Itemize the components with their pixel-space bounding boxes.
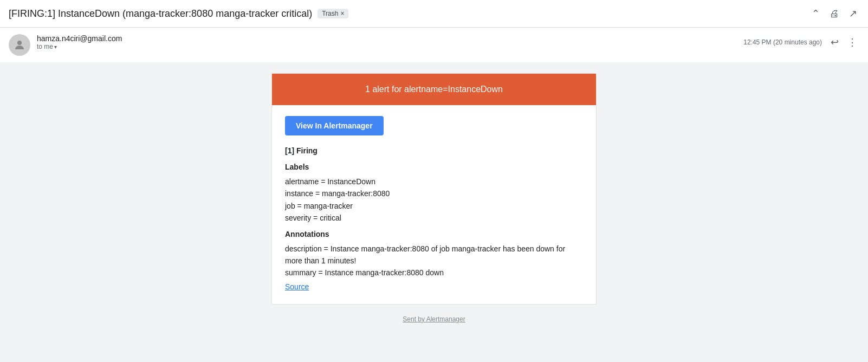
more-options-button[interactable]: ⋮ — [845, 34, 859, 50]
view-in-alertmanager-button[interactable]: View In Alertmanager — [285, 116, 384, 135]
trash-badge[interactable]: Trash × — [318, 9, 348, 18]
annotation-summary: summary = Instance manga-tracker:8080 do… — [285, 267, 583, 279]
annotations-section: Annotations description = Instance manga… — [285, 230, 583, 291]
open-external-icon: ↗ — [849, 8, 857, 20]
to-me-label[interactable]: to me — [37, 43, 122, 50]
firing-title: [1] Firing — [285, 146, 583, 155]
card-body: View In Alertmanager [1] Firing Labels a… — [272, 105, 596, 304]
print-icon: 🖨 — [830, 8, 839, 20]
sent-by-footer: Sent by Alertmanager — [43, 315, 825, 323]
reply-icon: ↩ — [831, 36, 839, 48]
svg-point-0 — [17, 41, 22, 45]
trash-label: Trash — [322, 10, 338, 17]
expand-collapse-button[interactable] — [809, 5, 822, 22]
label-alertname: alertname = InstanceDown — [285, 176, 583, 188]
header-icons: ↩ ⋮ — [828, 34, 859, 50]
print-button[interactable]: 🖨 — [827, 6, 841, 22]
annotations-title: Annotations — [285, 230, 583, 238]
source-link[interactable]: Source — [285, 282, 309, 291]
labels-title: Labels — [285, 163, 583, 171]
subject-left: [FIRING:1] InstanceDown (manga-tracker:8… — [9, 8, 348, 20]
reply-button[interactable]: ↩ — [828, 34, 841, 50]
alert-header-banner: 1 alert for alertname=InstanceDown — [272, 74, 596, 105]
avatar — [9, 34, 30, 56]
trash-close-icon[interactable]: × — [340, 10, 344, 17]
timestamp: 12:45 PM (20 minutes ago) — [743, 38, 822, 46]
email-body: 1 alert for alertname=InstanceDown View … — [0, 62, 868, 345]
subject-right: 🖨 ↗ — [809, 5, 859, 22]
chevron-icon — [812, 8, 820, 20]
annotation-description: description = Instance manga-tracker:808… — [285, 243, 583, 267]
sender-name: hamza.n4ciri@gmail.com — [37, 34, 122, 43]
alert-header-text: 1 alert for alertname=InstanceDown — [365, 85, 503, 94]
sender-info: hamza.n4ciri@gmail.com to me — [9, 34, 122, 56]
header-right: 12:45 PM (20 minutes ago) ↩ ⋮ — [743, 34, 859, 50]
subject-bar: [FIRING:1] InstanceDown (manga-tracker:8… — [0, 0, 868, 28]
label-instance: instance = manga-tracker:8080 — [285, 188, 583, 199]
email-subject: [FIRING:1] InstanceDown (manga-tracker:8… — [9, 8, 312, 20]
open-external-button[interactable]: ↗ — [847, 5, 859, 22]
email-header: hamza.n4ciri@gmail.com to me 12:45 PM (2… — [0, 28, 868, 62]
to-me-chevron-icon — [54, 43, 57, 50]
label-job: job = manga-tracker — [285, 200, 583, 212]
sender-details: hamza.n4ciri@gmail.com to me — [37, 34, 122, 50]
more-options-icon: ⋮ — [847, 36, 857, 48]
label-severity: severity = critical — [285, 212, 583, 224]
email-card: 1 alert for alertname=InstanceDown View … — [271, 73, 597, 305]
